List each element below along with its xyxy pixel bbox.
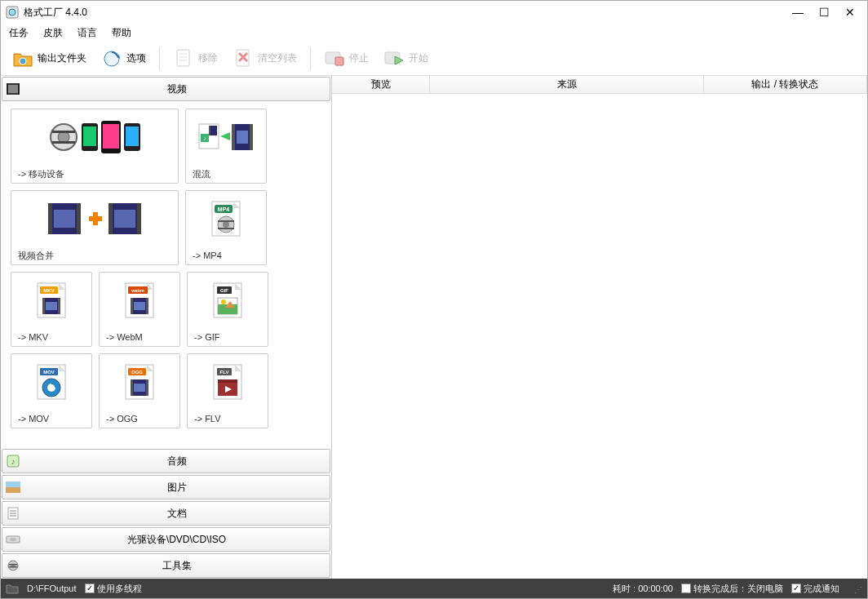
menu-skin[interactable]: 皮肤 bbox=[43, 26, 63, 40]
tile-gif-label: -> GIF bbox=[188, 328, 268, 346]
accordion-document-label: 文档 bbox=[24, 507, 330, 521]
tile-webm[interactable]: webm -> WebM bbox=[99, 272, 180, 347]
accordion-drive-label: 光驱设备\DVD\CD\ISO bbox=[24, 533, 330, 547]
svg-marker-35 bbox=[220, 132, 230, 140]
accordion-document[interactable]: 文档 bbox=[2, 501, 330, 526]
shutdown-label: 转换完成后：关闭电脑 bbox=[693, 583, 783, 595]
tile-video-merge[interactable]: 视频合并 bbox=[11, 190, 179, 265]
svg-rect-116 bbox=[9, 564, 17, 566]
svg-rect-63 bbox=[42, 298, 45, 314]
svg-rect-101 bbox=[218, 379, 237, 383]
svg-rect-95 bbox=[134, 384, 145, 392]
svg-point-80 bbox=[221, 300, 226, 304]
tile-mobile-device-label: -> 移动设备 bbox=[11, 165, 178, 183]
svg-point-2 bbox=[20, 58, 26, 64]
notify-checkbox[interactable]: ✓ 完成通知 bbox=[791, 583, 839, 595]
menu-help[interactable]: 帮助 bbox=[112, 26, 131, 40]
svg-rect-5 bbox=[177, 50, 189, 66]
start-button[interactable]: 开始 bbox=[379, 46, 433, 72]
svg-rect-73 bbox=[134, 302, 145, 310]
tile-mp4[interactable]: MP4 -> MP4 bbox=[185, 190, 267, 265]
accordion-image[interactable]: 图片 bbox=[2, 475, 330, 499]
shutdown-checkbox[interactable]: 转换完成后：关闭电脑 bbox=[681, 583, 783, 595]
accordion-video[interactable]: 视频 bbox=[2, 77, 330, 101]
accordion-toolkit-label: 工具集 bbox=[24, 559, 330, 573]
stop-label: 停止 bbox=[349, 51, 369, 65]
svg-point-55 bbox=[223, 221, 229, 228]
remove-button[interactable]: 移除 bbox=[168, 46, 223, 72]
svg-text:MKV: MKV bbox=[43, 288, 54, 293]
svg-rect-64 bbox=[58, 298, 60, 314]
tile-flv[interactable]: FLV -> FLV bbox=[187, 353, 268, 428]
svg-rect-18 bbox=[7, 83, 8, 95]
svg-text:MOV: MOV bbox=[43, 370, 55, 375]
svg-rect-48 bbox=[137, 203, 141, 234]
output-folder-button[interactable]: 输出文件夹 bbox=[7, 46, 91, 72]
accordion-image-label: 图片 bbox=[24, 481, 330, 495]
output-folder-status-icon[interactable] bbox=[6, 583, 19, 594]
document-category-icon bbox=[2, 507, 24, 520]
menu-task[interactable]: 任务 bbox=[9, 26, 29, 40]
svg-text:OGG: OGG bbox=[131, 370, 143, 375]
tile-flv-label: -> FLV bbox=[188, 410, 268, 428]
multithread-checkbox[interactable]: ✓ 使用多线程 bbox=[85, 583, 142, 595]
svg-rect-19 bbox=[18, 83, 20, 95]
svg-text:♪: ♪ bbox=[11, 457, 16, 466]
svg-rect-72 bbox=[146, 298, 148, 314]
svg-rect-22 bbox=[52, 131, 75, 133]
app-icon bbox=[6, 6, 19, 19]
col-preview[interactable]: 预览 bbox=[332, 76, 430, 93]
tile-mux-label: 混流 bbox=[186, 165, 266, 183]
svg-rect-42 bbox=[77, 203, 81, 234]
video-category-icon bbox=[2, 82, 24, 95]
output-folder-label: 输出文件夹 bbox=[38, 51, 86, 65]
svg-rect-41 bbox=[48, 203, 52, 234]
accordion-toolkit[interactable]: 工具集 bbox=[2, 553, 330, 578]
col-source[interactable]: 来源 bbox=[430, 76, 704, 93]
close-button[interactable]: ✕ bbox=[843, 6, 857, 19]
start-icon bbox=[383, 48, 405, 69]
svg-rect-117 bbox=[9, 566, 17, 568]
status-bar: D:\FFOutput ✓ 使用多线程 耗时 : 00:00:00 转换完成后：… bbox=[1, 579, 867, 598]
svg-text:♪: ♪ bbox=[203, 135, 206, 141]
svg-rect-65 bbox=[46, 302, 57, 310]
tile-mkv-label: -> MKV bbox=[11, 328, 91, 346]
clear-list-icon bbox=[232, 48, 254, 69]
stop-button[interactable]: 停止 bbox=[319, 46, 374, 72]
svg-rect-37 bbox=[232, 124, 235, 150]
svg-text:MP4: MP4 bbox=[218, 206, 230, 212]
svg-rect-38 bbox=[250, 124, 253, 150]
resize-grip[interactable]: ⋰ bbox=[851, 583, 862, 594]
content-area: 视频 bbox=[1, 76, 867, 579]
remove-icon bbox=[173, 48, 194, 69]
options-button[interactable]: 选项 bbox=[96, 46, 151, 72]
maximize-button[interactable]: ☐ bbox=[817, 6, 831, 19]
output-path[interactable]: D:\FFOutput bbox=[27, 583, 77, 593]
svg-point-113 bbox=[10, 538, 16, 541]
svg-rect-47 bbox=[108, 203, 113, 234]
tile-ogg-label: -> OGG bbox=[100, 410, 179, 428]
tile-mov[interactable]: MOV -> MOV bbox=[11, 353, 92, 428]
accordion-drive[interactable]: 光驱设备\DVD\CD\ISO bbox=[2, 527, 330, 552]
tile-mux[interactable]: ♪ 混流 bbox=[185, 109, 267, 184]
svg-rect-17 bbox=[8, 85, 18, 93]
accordion-audio[interactable]: ♪ 音频 bbox=[2, 449, 330, 473]
clear-list-button[interactable]: 清空列表 bbox=[228, 46, 302, 72]
minimize-button[interactable]: — bbox=[790, 6, 805, 19]
tile-ogg[interactable]: OGG -> OGG bbox=[99, 353, 180, 428]
tile-mov-label: -> MOV bbox=[11, 410, 91, 428]
toolbar-separator bbox=[159, 47, 160, 70]
svg-rect-56 bbox=[218, 220, 234, 222]
tile-mobile-device[interactable]: -> 移动设备 bbox=[11, 109, 179, 184]
col-status[interactable]: 输出 / 转换状态 bbox=[704, 76, 867, 93]
task-list-body[interactable] bbox=[332, 94, 867, 579]
options-label: 选项 bbox=[126, 51, 146, 65]
tile-gif[interactable]: GIF -> GIF bbox=[187, 272, 268, 347]
tile-mkv[interactable]: MKV -> MKV bbox=[11, 272, 92, 347]
svg-rect-93 bbox=[131, 379, 133, 396]
list-headers: 预览 来源 输出 / 转换状态 bbox=[332, 76, 867, 94]
svg-text:GIF: GIF bbox=[220, 288, 228, 293]
svg-text:FLV: FLV bbox=[220, 370, 229, 375]
menu-language[interactable]: 语言 bbox=[78, 26, 97, 40]
audio-category-icon: ♪ bbox=[2, 455, 24, 468]
